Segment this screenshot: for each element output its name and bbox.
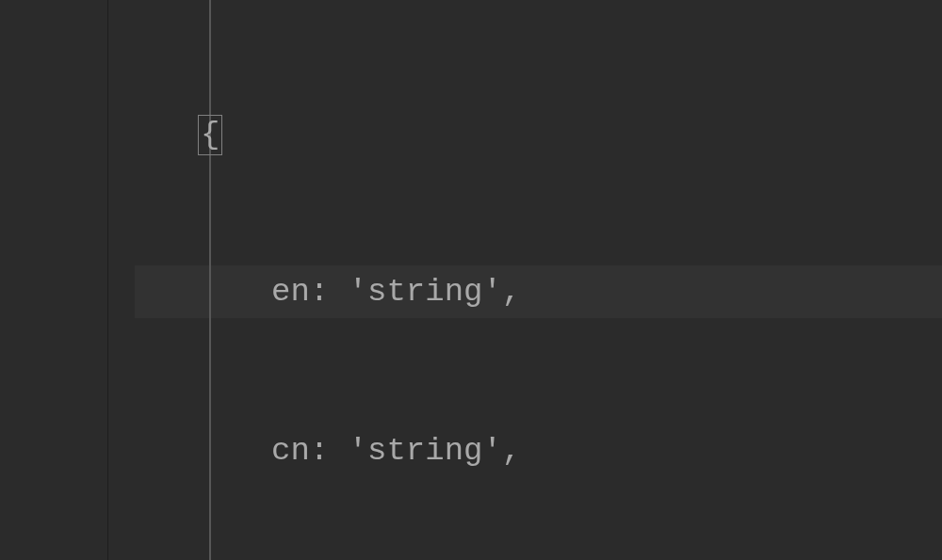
code-content[interactable]: { en: 'string', cn: 'string', multi: fal…	[0, 2, 942, 560]
code-editor[interactable]: { en: 'string', cn: 'string', multi: fal…	[0, 0, 942, 560]
editor-gutter-secondary	[108, 0, 135, 560]
code-line: en: 'string',	[198, 265, 942, 318]
editor-gutter	[0, 0, 108, 560]
code-line: cn: 'string',	[198, 424, 942, 477]
bracket-match-open: {	[198, 115, 222, 155]
code-line-open-brace: {	[198, 107, 942, 160]
